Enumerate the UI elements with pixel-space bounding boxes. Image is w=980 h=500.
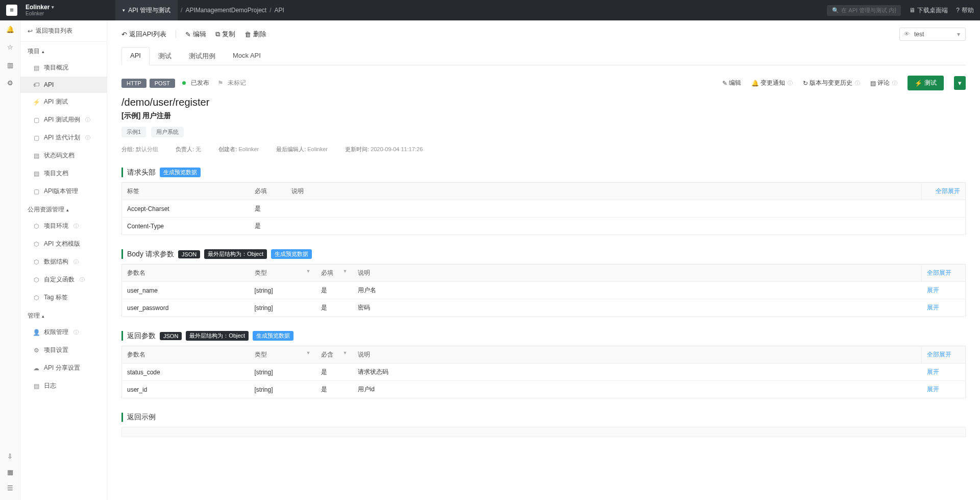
help-link[interactable]: ?帮助	[956, 6, 974, 15]
api-meta: 分组: 默认分组 负责人: 无 创建者: Eolinker 最后编辑人: Eol…	[121, 146, 966, 153]
main-content: ↶返回API列表 ✎编辑 ⧉复制 🗑删除 test API 测试 测试用例 Mo…	[107, 20, 980, 500]
sidebar-item-data-struct[interactable]: ⬡数据结构ⓘ	[20, 253, 107, 271]
tab-test[interactable]: 测试	[150, 47, 180, 65]
sidebar-group-project[interactable]: 项目▴	[20, 42, 107, 59]
return-example-box	[121, 427, 966, 437]
download-desktop-link[interactable]: 🖥下载桌面端	[909, 6, 948, 15]
sidebar-item-project-docs[interactable]: ▤项目文档	[20, 164, 107, 182]
global-search[interactable]: 🔍	[827, 5, 901, 16]
back-to-projects[interactable]: ↩返回项目列表	[20, 20, 107, 42]
sidebar-item-permissions[interactable]: 👤权限管理ⓘ	[20, 323, 107, 341]
api-path: /demo/user/register	[121, 97, 966, 108]
table-row: Content-Type是	[122, 218, 966, 235]
expand-link[interactable]: 展开	[927, 386, 939, 393]
copy-button[interactable]: ⧉复制	[215, 30, 235, 39]
expand-link[interactable]: 展开	[927, 287, 939, 294]
section-request-header: 请求头部 生成预览数据	[121, 168, 966, 177]
sidebar-group-resources[interactable]: 公用资源管理▴	[20, 200, 107, 217]
sidebar-item-logs[interactable]: ▤日志	[20, 377, 107, 395]
edit-action[interactable]: ✎编辑	[722, 79, 741, 87]
sidebar-item-env[interactable]: ⬡项目环境ⓘ	[20, 217, 107, 235]
search-input[interactable]	[841, 7, 896, 13]
api-header: HTTP POST 已发布 ⚑ 未标记 ✎编辑 🔔变更通知ⓘ ↻版本与变更历史ⓘ…	[121, 76, 966, 153]
comment-action[interactable]: ▤评论ⓘ	[870, 79, 897, 87]
section-return: 返回参数 JSON 最外层结构为：Object 生成预览数据	[121, 331, 966, 341]
gear-icon[interactable]: ⚙	[7, 79, 13, 87]
log-icon: ▤	[33, 383, 40, 390]
json-badge: JSON	[178, 250, 200, 258]
breadcrumb-project[interactable]: APIManagementDemoProject	[185, 7, 266, 14]
table-row: user_name[string]是用户名展开	[122, 282, 966, 299]
sidebar-item-test-cases[interactable]: ▢API 测试用例ⓘ	[20, 111, 107, 129]
th-included[interactable]: 必含▼	[316, 346, 353, 364]
sidebar-item-iteration[interactable]: ▢API 迭代计划ⓘ	[20, 129, 107, 147]
th-tag: 标签	[122, 183, 250, 200]
sidebar-item-overview[interactable]: ▤项目概况	[20, 59, 107, 77]
sidebar-item-share[interactable]: ☁API 分享设置	[20, 359, 107, 377]
gen-demo-button[interactable]: 生成预览数据	[160, 168, 201, 177]
sidebar-item-api-test[interactable]: ⚡API 测试	[20, 93, 107, 111]
th-type[interactable]: 类型▼	[250, 346, 316, 364]
trash-icon: 🗑	[244, 31, 251, 38]
edit-button[interactable]: ✎编辑	[185, 30, 206, 39]
th-required[interactable]: 必填▼	[316, 265, 353, 282]
json-badge: JSON	[160, 332, 182, 340]
sidebar-item-tags[interactable]: ⬡Tag 标签	[20, 289, 107, 306]
bell-icon[interactable]: 🔔	[6, 26, 14, 33]
chevron-down-icon: ▼	[343, 350, 348, 355]
info-icon: ⓘ	[85, 116, 90, 124]
expand-link[interactable]: 展开	[927, 304, 939, 311]
back-to-api-list[interactable]: ↶返回API列表	[121, 30, 166, 39]
docs-icon: ▤	[33, 170, 40, 177]
th-type[interactable]: 类型▼	[250, 265, 316, 282]
sidebar-item-status-docs[interactable]: ▤状态码文档	[20, 147, 107, 164]
table-row: status_code[string]是请求状态码展开	[122, 364, 966, 381]
delete-button[interactable]: 🗑删除	[244, 30, 266, 39]
expand-link[interactable]: 展开	[927, 368, 939, 375]
grid-icon[interactable]: ▦	[7, 468, 13, 476]
gen-demo-button[interactable]: 生成预览数据	[253, 331, 293, 341]
workspace-selector[interactable]: Eolinker ▾ Eolinker	[26, 4, 54, 17]
tab-api[interactable]: API	[121, 47, 150, 65]
left-rail: 🔔 ☆ ▥ ⚙ ⇩ ▦ ☰	[0, 20, 20, 500]
sidebar-group-manage[interactable]: 管理▴	[20, 306, 107, 323]
sidebar-item-templates[interactable]: ⬡API 文档模版	[20, 235, 107, 253]
th-required: 必填	[250, 183, 286, 200]
sidebar-item-api[interactable]: 🏷API	[20, 77, 107, 93]
breadcrumb-leaf[interactable]: API	[274, 7, 284, 14]
gen-demo-button[interactable]: 生成预览数据	[271, 249, 312, 259]
expand-all-link[interactable]: 全部展开	[927, 269, 951, 276]
info-icon: ⓘ	[74, 223, 79, 230]
bookmark-icon[interactable]: ▥	[7, 61, 13, 69]
star-icon[interactable]: ☆	[7, 43, 13, 51]
doc-icon: ▢	[33, 116, 40, 124]
api-tag[interactable]: 用户系统	[151, 127, 184, 137]
sidebar-item-versions[interactable]: ▢API版本管理	[20, 182, 107, 200]
chevron-up-icon: ▴	[42, 314, 44, 319]
flag-icon[interactable]: ⚑	[217, 79, 224, 87]
api-tag[interactable]: 示例1	[121, 127, 146, 137]
download-icon[interactable]: ⇩	[7, 453, 13, 460]
info-icon: ⓘ	[855, 80, 860, 87]
env-selector[interactable]: test	[899, 28, 966, 41]
sidebar-item-settings[interactable]: ⚙项目设置	[20, 341, 107, 359]
test-button[interactable]: ⚡测试	[908, 76, 944, 90]
bolt-icon: ⚡	[33, 99, 40, 106]
test-dropdown[interactable]: ▾	[954, 76, 966, 90]
status-icon: ▤	[33, 152, 40, 159]
expand-all-link[interactable]: 全部展开	[936, 187, 960, 195]
tab-mock[interactable]: Mock API	[224, 47, 270, 65]
sidebar-item-functions[interactable]: ⬡自定义函数ⓘ	[20, 271, 107, 289]
tags-icon: ⬡	[33, 294, 40, 301]
struct-icon: ⬡	[33, 258, 40, 266]
breadcrumb-module[interactable]: ▾API 管理与测试	[115, 0, 178, 20]
search-icon: 🔍	[832, 7, 839, 14]
headers-table: 标签 必填 说明 全部展开 Accept-Charset是 Content-Ty…	[121, 182, 966, 235]
info-icon: ⓘ	[788, 80, 793, 87]
status-text: 已发布	[191, 79, 209, 87]
notify-action[interactable]: 🔔变更通知ⓘ	[751, 79, 793, 87]
expand-all-link[interactable]: 全部展开	[927, 351, 951, 358]
tab-cases[interactable]: 测试用例	[180, 47, 224, 65]
history-action[interactable]: ↻版本与变更历史ⓘ	[803, 79, 860, 87]
menu-icon[interactable]: ☰	[7, 484, 13, 492]
